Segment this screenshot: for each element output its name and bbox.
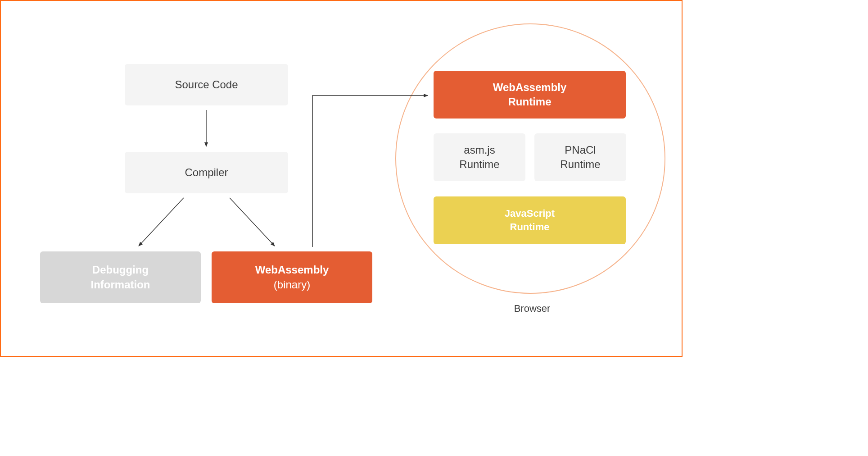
diagram-frame: Source Code Compiler Debugging Informati… [0, 0, 683, 357]
wasm-runtime-line2: Runtime [508, 95, 552, 109]
node-compiler: Compiler [125, 152, 288, 193]
node-asmjs-runtime: asm.js Runtime [434, 133, 525, 181]
js-runtime-line1: JavaScript [505, 207, 555, 220]
browser-label-text: Browser [514, 303, 551, 314]
node-pnacl-runtime: PNaCl Runtime [534, 133, 626, 181]
node-webassembly: WebAssembly (binary) [212, 251, 372, 303]
node-source-code: Source Code [125, 64, 288, 105]
asmjs-runtime-line1: asm.js [464, 143, 495, 157]
debugging-info-line1: Debugging [92, 263, 149, 277]
debugging-info-line2: Information [91, 278, 150, 292]
webassembly-line1: WebAssembly [255, 263, 329, 277]
compiler-label: Compiler [185, 165, 228, 180]
asmjs-runtime-line2: Runtime [459, 157, 499, 172]
pnacl-runtime-line1: PNaCl [565, 143, 596, 157]
wasm-runtime-line1: WebAssembly [493, 80, 567, 95]
node-js-runtime: JavaScript Runtime [434, 196, 626, 244]
source-code-label: Source Code [175, 78, 238, 92]
node-wasm-runtime: WebAssembly Runtime [434, 71, 626, 119]
node-debugging-info: Debugging Information [40, 251, 201, 303]
js-runtime-line2: Runtime [510, 220, 550, 234]
arrow-compiler-to-wasm [230, 198, 275, 246]
browser-label: Browser [496, 303, 568, 315]
arrow-compiler-to-debug [139, 198, 184, 246]
pnacl-runtime-line2: Runtime [560, 157, 600, 172]
webassembly-line2: (binary) [274, 278, 310, 292]
